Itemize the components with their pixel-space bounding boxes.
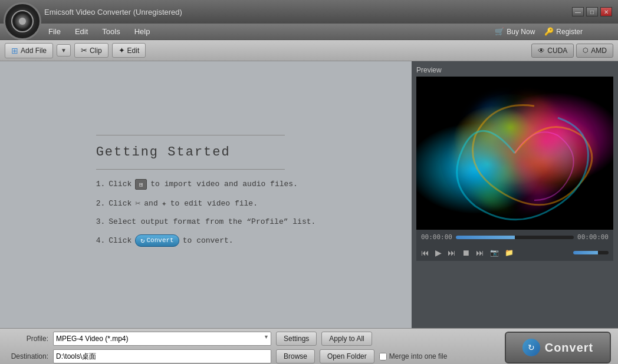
scissors-icon: ✂	[81, 46, 87, 55]
key-icon: 🔑	[544, 27, 554, 36]
skip-end-button[interactable]: ⏭	[476, 248, 484, 257]
scissors-icon-inline: ✂	[135, 198, 140, 209]
rewind-start-button[interactable]: ⏮	[421, 248, 429, 257]
restore-button[interactable]: □	[586, 7, 598, 16]
open-folder-button[interactable]: Open Folder	[320, 349, 374, 363]
video-time-bar: 00:00:00 00:00:00	[416, 230, 613, 244]
play-button[interactable]: ▶	[435, 248, 442, 257]
divider-bottom	[96, 169, 285, 170]
divider-top	[96, 135, 285, 135]
close-button[interactable]: ✕	[600, 7, 612, 16]
menu-right: 🛒 Buy Now 🔑 Register	[495, 27, 583, 36]
logo-center	[19, 18, 26, 25]
add-file-icon-inline: ⊞	[135, 179, 147, 190]
main-area: Getting Started 1. Click ⊞ to import vid…	[0, 61, 618, 328]
title-bar: Emicsoft Video Converter (Unregistered) …	[0, 0, 618, 24]
progress-track[interactable]	[456, 236, 574, 239]
amd-button[interactable]: ⬡ AMD	[576, 44, 613, 58]
cart-icon: 🛒	[495, 27, 504, 36]
buy-now-button[interactable]: 🛒 Buy Now	[495, 27, 535, 36]
add-file-button[interactable]: ⊞ Add File	[5, 43, 53, 58]
sparkle-icon-inline: ✦	[162, 198, 167, 209]
screenshot-button[interactable]: 📷	[490, 249, 499, 257]
eye-icon: 👁	[538, 47, 545, 55]
fast-forward-button[interactable]: ⏭	[448, 248, 456, 257]
add-file-dropdown-button[interactable]: ▼	[57, 44, 71, 57]
merge-checkbox[interactable]	[379, 353, 387, 360]
convert-button[interactable]: ↻ Convert	[505, 332, 611, 363]
destination-input[interactable]	[53, 349, 271, 363]
amd-icon: ⬡	[583, 47, 589, 54]
app-window: Emicsoft Video Converter (Unregistered) …	[0, 0, 618, 364]
convert-label: Convert	[545, 341, 594, 355]
stop-button[interactable]: ⏹	[462, 248, 470, 257]
getting-started-guide: Getting Started 1. Click ⊞ to import vid…	[96, 135, 316, 255]
profile-select[interactable]: MPEG-4 Video (*.mp4)	[53, 332, 271, 346]
toolbar: ⊞ Add File ▼ ✂ Clip ✦ Edit 👁 CUDA ⬡ AMD	[0, 40, 618, 61]
folder-button[interactable]: 📁	[505, 249, 514, 257]
convert-inline-button[interactable]: ↻ Convert	[135, 234, 179, 247]
add-file-icon: ⊞	[11, 46, 18, 55]
destination-row: Destination: Browse Open Folder Merge in…	[7, 349, 493, 363]
app-title: Emicsoft Video Converter (Unregistered)	[44, 8, 572, 16]
profile-select-wrapper: MPEG-4 Video (*.mp4)	[53, 332, 271, 346]
profile-row: Profile: MPEG-4 Video (*.mp4) Settings A…	[7, 332, 493, 346]
volume-track[interactable]	[573, 251, 609, 254]
getting-started-title: Getting Started	[96, 145, 316, 160]
time-start: 00:00:00	[421, 233, 452, 241]
menu-file[interactable]: File	[41, 25, 68, 38]
edit-icon: ✦	[119, 46, 125, 55]
menu-bar: File Edit Tools Help 🛒 Buy Now 🔑 Registe…	[0, 24, 618, 40]
video-controls-row: ⏮ ▶ ⏭ ⏹ ⏭ 📷 📁	[416, 244, 613, 261]
logo-disc	[11, 10, 34, 32]
left-panel: Getting Started 1. Click ⊞ to import vid…	[0, 61, 412, 328]
clip-button[interactable]: ✂ Clip	[74, 43, 109, 58]
convert-inline-icon: ↻	[140, 236, 144, 245]
step-4: 4. Click ↻ Convert to convert.	[96, 234, 316, 247]
menu-help[interactable]: Help	[127, 25, 157, 38]
toolbar-right: 👁 CUDA ⬡ AMD	[531, 44, 613, 58]
convert-icon: ↻	[522, 339, 540, 356]
merge-checkbox-container: Merge into one file	[379, 352, 448, 360]
destination-label: Destination:	[7, 352, 48, 360]
cuda-button[interactable]: 👁 CUDA	[531, 44, 574, 58]
register-button[interactable]: 🔑 Register	[544, 27, 583, 36]
app-logo	[4, 2, 41, 40]
right-panel: Preview	[412, 61, 618, 328]
step-3: 3. Select output format from the “Profil…	[96, 217, 316, 226]
step-1: 1. Click ⊞ to import video and audio fil…	[96, 179, 316, 190]
progress-fill	[456, 236, 515, 239]
step-2: 2. Click ✂ and ✦ to edit video file.	[96, 198, 316, 209]
bottom-bar: Profile: MPEG-4 Video (*.mp4) Settings A…	[0, 328, 618, 364]
profile-label: Profile:	[7, 335, 48, 343]
merge-label: Merge into one file	[389, 352, 448, 360]
minimize-button[interactable]: —	[572, 7, 584, 16]
menu-edit[interactable]: Edit	[68, 25, 95, 38]
time-end: 00:00:00	[577, 233, 609, 241]
menu-tools[interactable]: Tools	[95, 25, 127, 38]
apply-to-all-button[interactable]: Apply to All	[321, 332, 372, 346]
browse-button[interactable]: Browse	[276, 349, 315, 363]
edit-button[interactable]: ✦ Edit	[112, 43, 146, 58]
volume-fill	[573, 251, 598, 254]
swirl-svg	[416, 77, 613, 230]
window-controls: — □ ✕	[572, 7, 612, 16]
bottom-fields: Profile: MPEG-4 Video (*.mp4) Settings A…	[7, 332, 493, 363]
preview-video	[416, 77, 613, 230]
preview-label: Preview	[416, 66, 613, 74]
settings-button[interactable]: Settings	[276, 332, 317, 346]
